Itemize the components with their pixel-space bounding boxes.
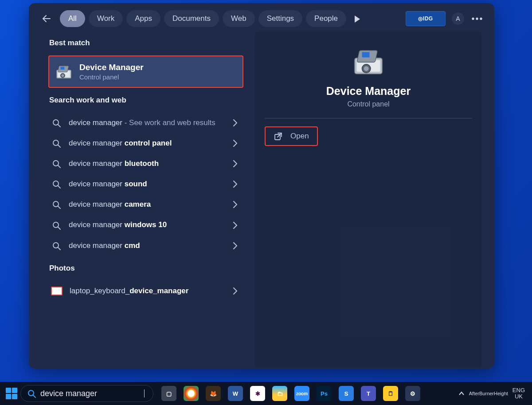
detail-subtitle: Control panel [347, 100, 389, 108]
search-icon [52, 139, 61, 148]
web-result-row[interactable]: device manager bluetooth [48, 153, 243, 174]
photo-result-label: laptop_keyboard_device_manager [70, 286, 224, 296]
section-search-web: Search work and web [49, 96, 243, 105]
search-icon [27, 389, 36, 398]
chevron-right-icon [231, 287, 240, 295]
section-photos: Photos [49, 264, 243, 273]
search-icon [52, 180, 61, 189]
best-match-title: Device Manager [79, 63, 144, 72]
taskview-app-icon[interactable]: ▢ [161, 386, 176, 401]
best-match-subtitle: Control panel [79, 73, 144, 81]
filter-all[interactable]: All [60, 10, 85, 27]
word-app-icon[interactable]: W [228, 386, 243, 401]
taskbar-search-box[interactable] [20, 385, 153, 402]
taskbar-apps: ▢ 🦊 W ✱ 🗀 zoom Ps S T 🗒 ⚙ [161, 386, 420, 401]
play-icon [353, 15, 361, 23]
web-result-label: device manager camera [69, 200, 224, 209]
search-icon [52, 200, 61, 209]
tray-chevron-up-icon[interactable] [458, 390, 465, 397]
search-panel: All Work Apps Documents Web Settings Peo… [29, 3, 494, 369]
web-result-label: device manager - See work and web result… [69, 118, 224, 128]
photoshop-app-icon[interactable]: Ps [317, 386, 332, 401]
tray-overlay-text: AfterBurnerHeight [469, 391, 508, 396]
back-arrow-icon [41, 14, 51, 24]
chevron-right-icon [231, 139, 240, 148]
search-icon [52, 159, 61, 168]
taskbar-search-input[interactable] [40, 389, 143, 398]
search-icon [52, 118, 61, 127]
web-result-row[interactable]: device manager cmd [48, 236, 243, 256]
open-external-icon [274, 132, 282, 141]
taskbar: ▢ 🦊 W ✱ 🗀 zoom Ps S T 🗒 ⚙ AfterBurnerHei… [0, 382, 532, 405]
explorer-app-icon[interactable]: 🗀 [272, 386, 287, 401]
idg-badge[interactable]: ◎IDG [406, 11, 446, 26]
best-match-result[interactable]: Device Manager Control panel [48, 55, 243, 88]
photo-result-row[interactable]: laptop_keyboard_device_manager [48, 281, 243, 301]
web-result-label: device manager windows 10 [69, 220, 224, 230]
user-avatar[interactable]: A [452, 12, 464, 25]
filter-settings[interactable]: Settings [258, 10, 302, 27]
open-button[interactable]: Open [265, 126, 318, 146]
stickynotes-app-icon[interactable]: 🗒 [383, 386, 398, 401]
filter-work[interactable]: Work [89, 10, 123, 27]
filter-apps[interactable]: Apps [126, 10, 160, 27]
web-result-row[interactable]: device manager sound [48, 174, 243, 194]
filter-documents[interactable]: Documents [164, 10, 219, 27]
web-result-label: device manager control panel [69, 138, 224, 148]
system-tray[interactable]: AfterBurnerHeight ENGUK [458, 387, 529, 400]
chevron-right-icon [231, 180, 240, 189]
filter-more-button[interactable] [350, 12, 364, 26]
more-options-button[interactable]: ••• [470, 12, 485, 26]
chevron-right-icon [231, 200, 240, 209]
filter-web[interactable]: Web [223, 10, 255, 27]
slack-app-icon[interactable]: ✱ [250, 386, 265, 401]
back-button[interactable] [39, 11, 54, 26]
detail-column: Device Manager Control panel Open [243, 31, 490, 368]
device-manager-icon [55, 65, 72, 79]
photo-thumb-icon [51, 287, 63, 295]
chevron-right-icon [231, 221, 240, 230]
gimp-app-icon[interactable]: 🦊 [206, 386, 221, 401]
web-result-row[interactable]: device manager windows 10 [48, 215, 243, 235]
filter-row: All Work Apps Documents Web Settings Peo… [60, 10, 399, 27]
web-result-row[interactable]: device manager camera [48, 194, 243, 215]
snagit-app-icon[interactable]: S [339, 386, 354, 401]
filter-people[interactable]: People [306, 10, 346, 27]
language-indicator[interactable]: ENGUK [512, 387, 525, 400]
web-result-label: device manager sound [69, 179, 224, 189]
search-icon [52, 221, 61, 230]
web-result-label: device manager bluetooth [69, 159, 224, 169]
chevron-right-icon [231, 118, 240, 127]
web-result-row[interactable]: device manager control panel [48, 133, 243, 153]
web-result-row[interactable]: device manager - See work and web result… [48, 113, 243, 133]
section-best-match: Best match [49, 39, 243, 47]
chrome-app-icon[interactable] [184, 386, 199, 401]
device-manager-icon [352, 48, 385, 75]
detail-title: Device Manager [326, 85, 411, 98]
chevron-right-icon [231, 159, 240, 168]
windows-logo-icon [6, 388, 17, 399]
web-result-label: device manager cmd [69, 241, 224, 251]
start-button[interactable] [3, 385, 20, 402]
results-column: Best match Device Manager Control panel … [48, 31, 243, 368]
settings-app-icon[interactable]: ⚙ [405, 386, 420, 401]
chevron-right-icon [231, 241, 240, 250]
teams-app-icon[interactable]: T [361, 386, 376, 401]
search-icon [52, 241, 61, 250]
zoom-app-icon[interactable]: zoom [294, 386, 309, 401]
